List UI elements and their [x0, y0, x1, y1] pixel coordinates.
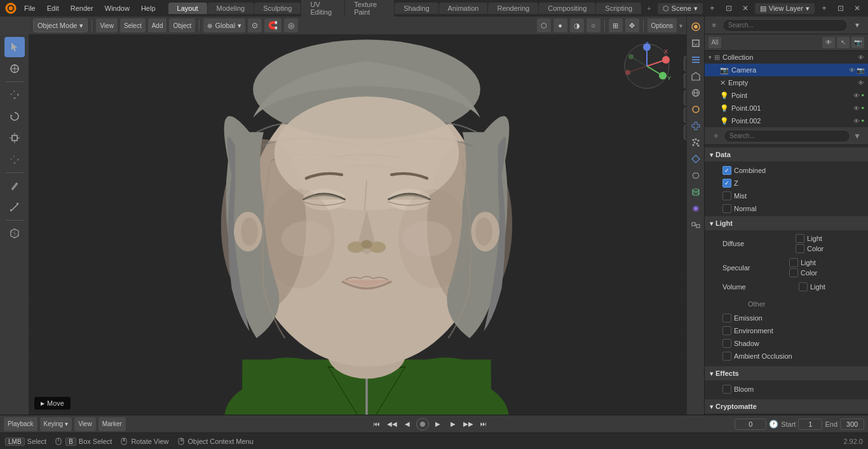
cryptomatte-section-header[interactable]: ▾ Cryptomatte: [705, 399, 868, 413]
outliner-filter-button[interactable]: ▼: [850, 18, 864, 32]
outliner-point002[interactable]: 💡 Point.002 👁 ●: [705, 114, 868, 127]
record-button[interactable]: [416, 418, 429, 431]
menu-file[interactable]: File: [19, 3, 41, 13]
viewport-shading-wire[interactable]: ⬡: [537, 18, 551, 32]
add-menu-button[interactable]: Add: [148, 18, 167, 32]
menu-help[interactable]: Help: [136, 3, 161, 13]
data-properties-tab[interactable]: [688, 184, 703, 200]
close-view-layer-button[interactable]: ✕: [850, 1, 864, 15]
viewport-shading-material[interactable]: ◑: [570, 18, 584, 32]
render-properties-tab[interactable]: [688, 19, 703, 34]
bloom-checkbox[interactable]: [722, 385, 731, 394]
transform-orientation-dropdown[interactable]: ⊕ Global ▾: [203, 18, 245, 32]
properties-filter-button[interactable]: ▼: [850, 129, 864, 143]
add-workspace-button[interactable]: +: [642, 3, 656, 14]
prev-frame-button[interactable]: ◀: [401, 418, 414, 430]
move-tool[interactable]: [4, 85, 25, 105]
menu-render[interactable]: Render: [65, 3, 98, 13]
new-scene-button[interactable]: +: [705, 1, 719, 15]
options-button[interactable]: Options: [648, 18, 677, 32]
main-viewport[interactable]: X Y Z + − ✋ 🎥 ⊞ ▶ Move: [29, 34, 704, 415]
eye-icon[interactable]: 👁: [858, 54, 864, 61]
tab-animation[interactable]: Animation: [439, 3, 488, 14]
ambient-occlusion-checkbox[interactable]: [722, 352, 731, 361]
light-section-header[interactable]: ▾ Light: [705, 216, 868, 230]
outliner-camera[interactable]: 📷 Camera 👁 📷: [705, 64, 868, 76]
transform-tool[interactable]: [4, 149, 25, 170]
outliner-point001[interactable]: 💡 Point.001 👁 ●: [705, 102, 868, 114]
next-frame-button[interactable]: ▶: [447, 418, 459, 430]
jump-start-button[interactable]: ⏮: [370, 418, 383, 430]
object-mode-dropdown[interactable]: Object Mode ▾: [33, 18, 88, 32]
view-menu-timeline-button[interactable]: View: [74, 417, 96, 431]
outliner-empty[interactable]: ✕ Empty 👁: [705, 76, 868, 89]
filter-all-button[interactable]: All: [709, 37, 721, 48]
view-menu-button[interactable]: View: [96, 18, 118, 32]
add-cube-tool[interactable]: [4, 223, 25, 244]
play-button[interactable]: ▶: [431, 418, 444, 430]
tab-modeling[interactable]: Modeling: [208, 3, 254, 14]
annotate-tool[interactable]: [4, 176, 25, 196]
emission-checkbox[interactable]: [722, 314, 731, 322]
material-properties-tab[interactable]: [688, 201, 703, 216]
empty-eye[interactable]: 👁: [858, 79, 864, 86]
world-properties-tab[interactable]: [688, 85, 703, 100]
filter-render[interactable]: 📷: [851, 37, 864, 48]
mist-checkbox[interactable]: [722, 191, 731, 200]
view-layer-selector[interactable]: ▤ View Layer ▾: [755, 3, 815, 14]
jump-end-button[interactable]: ⏭: [477, 418, 490, 430]
normal-checkbox[interactable]: [722, 204, 731, 213]
diffuse-light-checkbox[interactable]: [796, 234, 804, 243]
prev-keyframe-button[interactable]: ◀◀: [386, 418, 398, 430]
volume-light-checkbox[interactable]: [799, 282, 808, 291]
environment-checkbox[interactable]: [722, 326, 731, 335]
outliner-collection[interactable]: ▾ ⊞ Collection 👁: [705, 51, 868, 64]
output-properties-tab[interactable]: [688, 36, 703, 51]
cursor-tool[interactable]: [4, 59, 25, 79]
outliner-search-input[interactable]: [722, 19, 848, 32]
pivot-button[interactable]: ⊙: [248, 18, 262, 32]
tab-scripting[interactable]: Scripting: [596, 3, 641, 14]
properties-context-button[interactable]: ≡: [709, 128, 724, 144]
tab-uv-editing[interactable]: UV Editing: [301, 0, 344, 18]
filter-visibility[interactable]: 👁: [822, 37, 835, 48]
next-keyframe-button[interactable]: ▶▶: [462, 418, 475, 430]
outliner-point[interactable]: 💡 Point 👁 ●: [705, 89, 868, 102]
specular-light-checkbox[interactable]: [789, 258, 798, 267]
start-frame-input[interactable]: [798, 418, 822, 430]
tab-layout[interactable]: Layout: [168, 3, 207, 14]
copy-scene-button[interactable]: ⊡: [722, 1, 736, 15]
specular-color-checkbox[interactable]: [789, 268, 798, 277]
snap-button[interactable]: 🧲: [264, 18, 281, 32]
tab-compositing[interactable]: Compositing: [539, 3, 595, 14]
current-frame-input[interactable]: [735, 418, 766, 430]
point002-eye[interactable]: 👁: [853, 118, 860, 125]
end-frame-input[interactable]: [840, 418, 864, 430]
modifier-properties-tab[interactable]: [688, 118, 703, 134]
tab-sculpting[interactable]: Sculpting: [254, 3, 301, 14]
combined-checkbox[interactable]: ✓: [722, 166, 731, 175]
z-checkbox[interactable]: ✓: [722, 179, 731, 188]
outliner-menu-button[interactable]: ≡: [709, 18, 720, 32]
cam-cam-icon[interactable]: 📷: [857, 67, 864, 74]
keying-button[interactable]: Keying ▾: [40, 417, 72, 431]
shader-properties-tab[interactable]: [688, 218, 703, 233]
physics-properties-tab[interactable]: [688, 151, 703, 167]
tab-rendering[interactable]: Rendering: [488, 3, 538, 14]
object-properties-tab[interactable]: [688, 102, 703, 117]
proportional-edit-button[interactable]: ◎: [284, 18, 298, 32]
scene-properties-tab[interactable]: [688, 69, 703, 84]
scene-selector[interactable]: ⬡ Scene ▾: [658, 3, 703, 14]
menu-edit[interactable]: Edit: [42, 3, 64, 13]
tab-texture-paint[interactable]: Texture Paint: [345, 0, 394, 18]
select-tool[interactable]: [4, 37, 25, 57]
select-menu-button[interactable]: Select: [120, 18, 146, 32]
object-menu-button[interactable]: Object: [169, 18, 195, 32]
diffuse-color-checkbox[interactable]: [796, 244, 804, 253]
new-view-layer-button[interactable]: +: [817, 1, 831, 15]
point-eye[interactable]: 👁: [853, 92, 860, 99]
tab-shading[interactable]: Shading: [395, 3, 438, 14]
viewport-shading-solid[interactable]: ●: [553, 18, 567, 32]
viewport-gizmo[interactable]: X Y Z: [621, 41, 672, 93]
copy-view-layer-button[interactable]: ⊡: [834, 1, 848, 15]
